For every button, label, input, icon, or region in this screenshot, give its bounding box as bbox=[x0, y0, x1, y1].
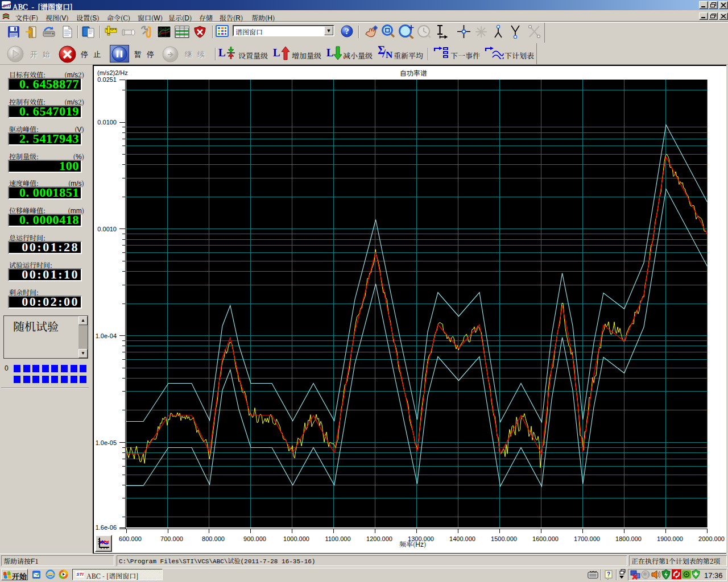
svg-text:STI: STI bbox=[3, 3, 10, 9]
svg-text:800.000: 800.000 bbox=[202, 535, 225, 542]
svg-text:0.0100: 0.0100 bbox=[97, 119, 117, 126]
svg-text:1700.000: 1700.000 bbox=[574, 535, 600, 542]
svg-text:1.0e-05: 1.0e-05 bbox=[96, 439, 117, 446]
svg-text:2000.000: 2000.000 bbox=[698, 535, 725, 542]
svg-text:1.6e-06: 1.6e-06 bbox=[96, 524, 117, 531]
svg-text:1400.000: 1400.000 bbox=[449, 535, 475, 542]
svg-text:1100.000: 1100.000 bbox=[325, 535, 350, 542]
svg-text:1200.000: 1200.000 bbox=[366, 535, 392, 542]
svg-text:700.000: 700.000 bbox=[160, 535, 183, 542]
svg-text:?: ? bbox=[607, 571, 610, 577]
svg-text:(m/s2)2/Hz: (m/s2)2/Hz bbox=[97, 69, 128, 76]
svg-text:1600.000: 1600.000 bbox=[532, 535, 559, 542]
svg-text:?: ? bbox=[345, 27, 349, 36]
svg-text:1.0e-04: 1.0e-04 bbox=[96, 332, 117, 339]
svg-text:1800.000: 1800.000 bbox=[615, 535, 642, 542]
svg-text:900.000: 900.000 bbox=[243, 535, 266, 542]
svg-text:自功率谱: 自功率谱 bbox=[400, 69, 427, 77]
svg-text:600.000: 600.000 bbox=[119, 535, 142, 542]
svg-text:1000.000: 1000.000 bbox=[283, 535, 309, 542]
svg-text:0.0251: 0.0251 bbox=[97, 76, 117, 83]
svg-text:0.0010: 0.0010 bbox=[97, 226, 117, 232]
svg-text:1500.000: 1500.000 bbox=[491, 535, 517, 542]
svg-text:1900.000: 1900.000 bbox=[657, 535, 683, 542]
svg-text:频率(Hz): 频率(Hz) bbox=[399, 539, 426, 548]
